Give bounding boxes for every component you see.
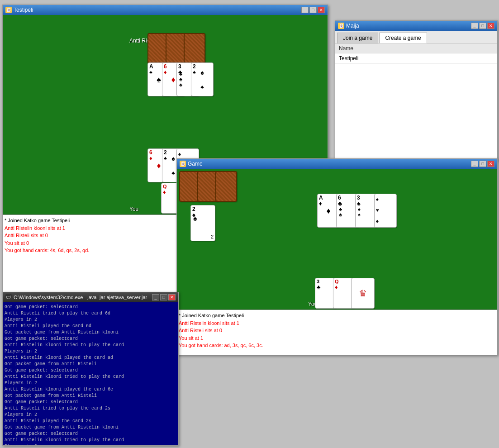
join-game-tab[interactable]: Join a game — [337, 33, 378, 43]
game2-titlebar[interactable]: 🃏 Game _ □ ✕ — [177, 159, 497, 169]
maximize-button[interactable]: □ — [309, 7, 317, 13]
cmd-line: Players in 2 — [5, 348, 176, 355]
cmd-line: Antti Ristelin klooni played the card 6c — [5, 386, 176, 393]
cmd-titlebar[interactable]: C:\ C:\Windows\system32\cmd.exe - java -… — [3, 292, 178, 302]
cmd-line: Players in 2 — [5, 317, 176, 323]
card-center-suit: ♦ — [171, 75, 175, 84]
testipeli-window-buttons: _ □ ✕ — [301, 7, 325, 13]
cmd-window-buttons: _ □ ✕ — [152, 294, 176, 300]
maija-titlebar[interactable]: 🃏 Maija _ □ ✕ — [335, 21, 497, 31]
cmd-line: Got packet game from Antti Risteli — [5, 393, 176, 399]
cmd-window: C:\ C:\Windows\system32\cmd.exe - java -… — [2, 292, 179, 446]
game2-title: Game — [188, 161, 203, 167]
cmd-icon: C:\ — [5, 294, 12, 300]
cmd-line: Antti Ristelin klooni tried to play the … — [5, 437, 176, 443]
cmd-line: Got game packet: selectcard — [5, 367, 176, 374]
cmd-line: Got packet game from Antti Ristelin kloo… — [5, 424, 176, 431]
name-column-header: Name — [335, 44, 497, 53]
cmd-line: Got game packet: selectcard — [5, 304, 176, 310]
g2-log-line-4: You sit at 1 — [179, 334, 495, 342]
card-suit: ♦ — [335, 284, 353, 290]
log-area-2: * Joined Katko game Testipeli Antti Rist… — [177, 310, 497, 355]
g2-log-line-1: * Joined Katko game Testipeli — [179, 312, 495, 319]
testipeli-title: Testipeli — [14, 7, 33, 13]
cmd-line: Got packet game from Antti Risteli — [5, 361, 176, 367]
game2-maximize-button[interactable]: □ — [479, 161, 486, 167]
close-button[interactable]: ✕ — [318, 7, 325, 13]
game2-minimize-button[interactable]: _ — [471, 161, 478, 167]
card-suit: ♣ — [317, 284, 335, 290]
you-label: You — [129, 206, 138, 212]
cmd-line: Got game packet: selectcard — [5, 431, 176, 437]
cmd-line: Got packet game from Antti Ristelin kloo… — [5, 329, 176, 336]
card-back-3 — [184, 33, 205, 64]
center-card-2s[interactable]: 2 ♠ ♠♠ — [191, 62, 214, 96]
maija-window-buttons: _ □ ✕ — [471, 23, 494, 29]
g2-log-line-3: Antti Risteli sits at 0 — [179, 327, 495, 334]
g2-card-back-3 — [215, 171, 237, 202]
card-center-suit: ♦ — [157, 161, 161, 170]
cmd-line: Players in 2 — [5, 412, 176, 418]
cmd-content: Got game packet: selectcard Antti Ristel… — [3, 302, 178, 445]
maija-minimize-button[interactable]: _ — [471, 23, 478, 29]
card-center-suit: ♠♠ — [171, 155, 175, 176]
maija-maximize-button[interactable]: □ — [479, 23, 486, 29]
testipeli-titlebar[interactable]: 🃏 Testipeli _ □ ✕ — [3, 5, 328, 15]
cmd-title: C:\Windows\system32\cmd.exe - java -jar … — [14, 295, 147, 300]
maija-content: Join a game Create a game Name Testipeli — [335, 31, 497, 163]
maija-tabs: Join a game Create a game — [335, 31, 497, 43]
game2-window: 🃏 Game _ □ ✕ 2 ♠ ♠ 2 A ♦ ♦ 6 ♣ ♣♣♣ — [176, 158, 498, 355]
cmd-line: Antti Risteli played the card 2s — [5, 418, 176, 424]
cmd-maximize-button[interactable]: □ — [160, 294, 167, 300]
cmd-line: Got game packet: selectcard — [5, 336, 176, 342]
game2-icon: 🃏 — [180, 161, 186, 167]
cmd-line: Antti Ristelin klooni tried to play the … — [5, 374, 176, 380]
g2-card-2s[interactable]: ♠♥♠ — [374, 194, 397, 228]
maija-close-button[interactable]: ✕ — [487, 23, 494, 29]
cmd-minimize-button[interactable]: _ — [152, 294, 159, 300]
game-area-2: 2 ♠ ♠ 2 A ♦ ♦ 6 ♣ ♣♣♣ 3 ♠ ♠♠♠ ♠♥♠ You — [177, 169, 497, 310]
cmd-line: Antti Ristelin klooni tried to play the … — [5, 342, 176, 348]
maija-title: Maija — [346, 23, 359, 29]
maija-icon: 🃏 — [338, 23, 344, 29]
cmd-line: Antti Risteli played the card 6d — [5, 323, 176, 329]
minimize-button[interactable]: _ — [301, 7, 309, 13]
card-rank: 2 — [192, 206, 214, 212]
g2-played-2s[interactable]: 2 ♠ ♠ 2 — [190, 205, 215, 241]
game2-close-button[interactable]: ✕ — [487, 161, 494, 167]
card-center-suit: ♦ — [326, 206, 330, 215]
maija-window: 🃏 Maija _ □ ✕ Join a game Create a game … — [335, 20, 498, 161]
game2-window-buttons: _ □ ✕ — [471, 161, 494, 167]
testipeli-icon: 🃏 — [5, 7, 12, 13]
game-list-item-testipeli[interactable]: Testipeli — [335, 53, 497, 64]
cmd-line: Players in 2 — [5, 443, 176, 445]
g2-hand-face[interactable]: ♛ — [351, 278, 375, 309]
card-center-suit: ♠♠ — [200, 69, 204, 91]
cmd-line: Antti Risteli tried to play the card 6d — [5, 310, 176, 317]
cmd-line: Antti Risteli tried to play the card 2s — [5, 405, 176, 412]
card-center-suit: ♠ — [157, 75, 161, 84]
create-game-tab[interactable]: Create a game — [379, 33, 427, 43]
cmd-line: Antti Ristelin klooni played the card ad — [5, 355, 176, 361]
g2-log-line-5: You got hand cards: ad, 3s, qc, 6c, 3c. — [179, 342, 495, 349]
cmd-line: Players in 2 — [5, 380, 176, 386]
g2-log-line-2: Antti Ristelin klooni sits at 1 — [179, 319, 495, 327]
cmd-line: Got game packet: selectcard — [5, 399, 176, 405]
cmd-close-button[interactable]: ✕ — [168, 294, 176, 300]
